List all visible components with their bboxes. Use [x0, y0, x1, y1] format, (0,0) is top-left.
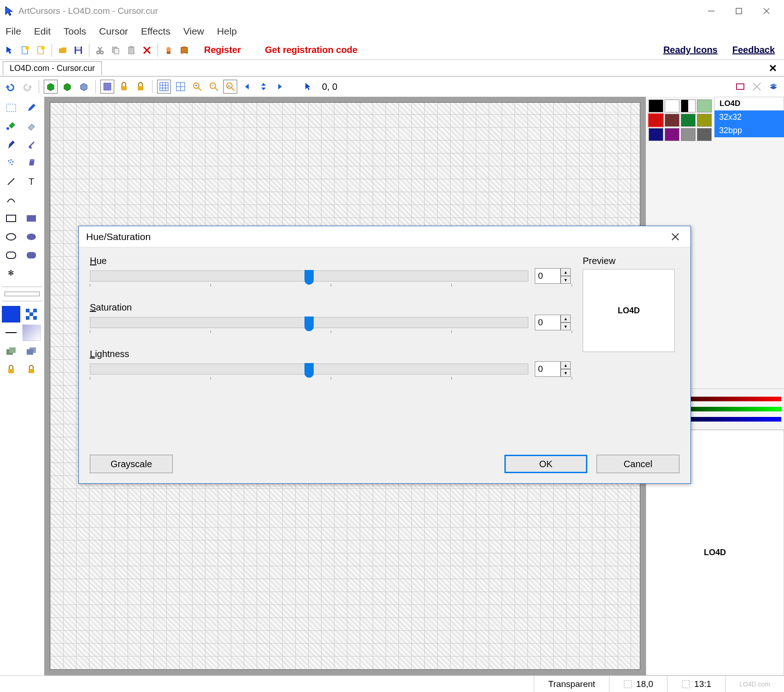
feedback-link[interactable]: Feedback — [732, 45, 775, 55]
cube1-icon[interactable] — [44, 80, 58, 94]
swatch-purple[interactable] — [665, 128, 679, 141]
paste-icon[interactable] — [124, 43, 138, 57]
nav-left-icon[interactable] — [240, 80, 254, 94]
grayscale-button[interactable]: Grayscale — [90, 455, 173, 473]
hue-input[interactable] — [535, 268, 561, 284]
lightness-input[interactable] — [535, 361, 561, 377]
new-icon[interactable] — [18, 43, 32, 57]
cancel-button[interactable]: Cancel — [597, 455, 679, 473]
register-link[interactable]: Register — [204, 45, 241, 55]
menu-tools[interactable]: Tools — [64, 26, 86, 37]
light-up[interactable]: ▲ — [561, 361, 571, 369]
lock-b-icon[interactable] — [22, 361, 41, 378]
cut-icon[interactable] — [93, 43, 107, 57]
close-button[interactable] — [753, 2, 780, 20]
grid-half-icon[interactable] — [174, 80, 187, 94]
lightness-slider[interactable] — [90, 364, 528, 375]
ellipse-outline-tool[interactable] — [2, 229, 20, 245]
brush-tool[interactable] — [22, 136, 41, 153]
hue-down[interactable]: ▼ — [561, 276, 571, 284]
zoom-fit-icon[interactable]: A — [223, 80, 237, 94]
swatch-black[interactable] — [649, 100, 663, 112]
swatch-red[interactable] — [649, 114, 663, 127]
swatch-navy[interactable] — [649, 128, 663, 141]
swatch-green[interactable] — [681, 114, 696, 127]
rect-fill-tool[interactable] — [22, 210, 41, 227]
lock2-icon[interactable] — [134, 80, 147, 94]
fg-color-swatch[interactable] — [2, 306, 20, 323]
sat-up[interactable]: ▲ — [561, 315, 571, 323]
arrow-icon[interactable] — [3, 43, 17, 57]
redo-icon[interactable] — [20, 80, 34, 94]
format-bpp[interactable]: 32bpp — [714, 124, 784, 137]
swatch-bw[interactable] — [681, 100, 696, 112]
blank2-tool[interactable] — [22, 265, 41, 282]
delete-icon[interactable] — [140, 43, 154, 57]
saturation-spinner[interactable]: ▲▼ — [535, 315, 572, 330]
pencil-tool[interactable] — [22, 100, 41, 116]
nav-right-icon[interactable] — [273, 80, 287, 94]
saturation-slider[interactable] — [90, 317, 528, 328]
zoom-out-icon[interactable]: − — [207, 80, 221, 94]
hue-thumb[interactable] — [304, 270, 314, 285]
wizard-icon[interactable] — [162, 43, 176, 57]
menu-view[interactable]: View — [183, 26, 204, 37]
close-tab-button[interactable]: × — [765, 61, 781, 76]
cube3-icon[interactable] — [77, 80, 91, 94]
sat-down[interactable]: ▼ — [561, 323, 571, 330]
copy-icon[interactable] — [109, 43, 123, 57]
saturation-input[interactable] — [535, 315, 561, 330]
getcode-link[interactable]: Get registration code — [265, 45, 357, 55]
maximize-button[interactable] — [725, 2, 753, 20]
hue-up[interactable]: ▲ — [561, 268, 571, 276]
zoom-in-icon[interactable]: + — [190, 80, 204, 94]
layer-back-icon[interactable] — [2, 343, 20, 359]
open-icon[interactable] — [56, 43, 70, 57]
help-book-icon[interactable] — [177, 43, 191, 57]
new-doc-icon[interactable] — [34, 43, 48, 57]
spray-tool[interactable] — [2, 155, 20, 171]
undo-icon[interactable] — [4, 80, 18, 94]
eraser-tool[interactable] — [22, 118, 41, 135]
format-size[interactable]: 32x32 — [714, 111, 784, 124]
menu-edit[interactable]: Edit — [34, 26, 51, 37]
curve-tool[interactable] — [2, 192, 20, 208]
dialog-close-button[interactable] — [667, 229, 683, 245]
roundrect-outline-tool[interactable] — [2, 247, 20, 264]
swatch-darkgray[interactable] — [697, 128, 712, 141]
swatch-gray[interactable] — [681, 128, 696, 141]
pattern-swatch[interactable] — [22, 306, 41, 323]
text-tool[interactable]: T — [22, 173, 41, 190]
blank-tool[interactable] — [22, 192, 41, 208]
select-tool[interactable] — [2, 100, 20, 116]
swatch-darkred[interactable] — [665, 114, 679, 127]
lock1-icon[interactable] — [117, 80, 131, 94]
layers-icon[interactable] — [766, 80, 780, 94]
menu-cursor[interactable]: Cursor — [99, 26, 128, 37]
fill-tool[interactable] — [2, 118, 20, 135]
line-tool[interactable] — [2, 173, 20, 190]
nav-updown-icon[interactable] — [257, 80, 270, 94]
menu-effects[interactable]: Effects — [141, 26, 170, 37]
line-style[interactable] — [2, 324, 20, 341]
menu-file[interactable]: File — [6, 26, 21, 37]
layer-front-icon[interactable] — [22, 343, 41, 359]
save-icon[interactable] — [71, 43, 85, 57]
rect-outline-tool[interactable] — [2, 210, 20, 227]
cube2-icon[interactable] — [60, 80, 74, 94]
readyicons-link[interactable]: Ready Icons — [663, 45, 718, 55]
swatch-custom[interactable] — [697, 100, 712, 112]
lock-a-icon[interactable] — [2, 361, 20, 378]
hue-slider[interactable] — [90, 270, 528, 281]
hue-spinner[interactable]: ▲▼ — [535, 268, 572, 284]
grid-on-icon[interactable] — [157, 80, 171, 94]
ok-button[interactable]: OK — [504, 455, 587, 473]
roundrect-fill-tool[interactable] — [22, 247, 41, 264]
bucket-tool[interactable] — [22, 155, 41, 171]
document-tab[interactable]: LO4D.com - Cursor.cur — [3, 61, 102, 75]
frame-icon[interactable] — [733, 80, 747, 94]
lightness-spinner[interactable]: ▲▼ — [535, 361, 572, 377]
select-all-icon[interactable] — [100, 80, 114, 94]
ellipse-fill-tool[interactable] — [22, 229, 41, 245]
light-down[interactable]: ▼ — [561, 369, 571, 377]
